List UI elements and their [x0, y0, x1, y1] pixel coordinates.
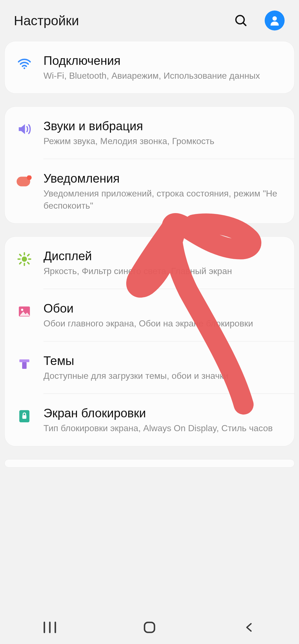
settings-item-subtitle: Яркость, Фильтр синего света, Главный эк… — [43, 265, 283, 277]
settings-item-subtitle: Доступные для загрузки темы, обои и знач… — [43, 370, 283, 382]
page-title: Настройки — [14, 13, 79, 28]
settings-item-subtitle: Уведомления приложений, строка состояния… — [43, 188, 283, 211]
svg-line-11 — [20, 254, 21, 256]
settings-item-subtitle: Режим звука, Мелодия звонка, Громкость — [43, 135, 283, 147]
settings-group-next — [4, 459, 295, 467]
settings-item-text: Темы Доступные для загрузки темы, обои и… — [43, 353, 283, 382]
settings-group-display: Дисплей Яркость, Фильтр синего света, Гл… — [4, 236, 295, 446]
themes-icon — [15, 354, 34, 374]
header-actions — [230, 10, 285, 31]
recents-icon — [42, 621, 57, 633]
settings-item-themes[interactable]: Темы Доступные для загрузки темы, обои и… — [5, 341, 294, 393]
svg-point-16 — [21, 309, 23, 311]
svg-rect-17 — [19, 359, 29, 362]
home-icon — [143, 621, 156, 634]
settings-item-display[interactable]: Дисплей Яркость, Фильтр синего света, Гл… — [5, 237, 294, 289]
settings-item-connections[interactable]: Подключения Wi-Fi, Bluetooth, Авиарежим,… — [5, 41, 294, 93]
settings-item-title: Обои — [43, 301, 283, 316]
settings-item-text: Звуки и вибрация Режим звука, Мелодия зв… — [43, 118, 283, 147]
settings-item-lockscreen[interactable]: Экран блокировки Тип блокировки экрана, … — [5, 394, 294, 446]
settings-item-sounds[interactable]: Звуки и вибрация Режим звука, Мелодия зв… — [5, 107, 294, 159]
settings-group-connections: Подключения Wi-Fi, Bluetooth, Авиарежим,… — [4, 41, 295, 94]
svg-line-1 — [243, 23, 246, 25]
settings-item-subtitle: Обои главного экрана, Обои на экране бло… — [43, 318, 283, 329]
svg-rect-20 — [22, 415, 27, 419]
back-icon — [244, 621, 255, 634]
settings-item-text: Уведомления Уведомления приложений, стро… — [43, 171, 283, 211]
svg-rect-18 — [22, 362, 27, 369]
wallpaper-icon — [15, 302, 34, 321]
brightness-icon — [15, 249, 34, 269]
settings-item-subtitle: Wi-Fi, Bluetooth, Авиарежим, Использован… — [43, 70, 283, 82]
avatar-icon — [265, 11, 285, 30]
svg-point-5 — [27, 175, 32, 180]
nav-home-button[interactable] — [122, 614, 177, 641]
settings-item-title: Экран блокировки — [43, 405, 283, 421]
settings-item-text: Подключения Wi-Fi, Bluetooth, Авиарежим,… — [43, 53, 283, 82]
settings-item-subtitle: Тип блокировки экрана, Always On Display… — [43, 422, 283, 434]
settings-item-text: Экран блокировки Тип блокировки экрана, … — [43, 405, 283, 434]
svg-line-14 — [28, 254, 29, 256]
settings-item-notifications[interactable]: Уведомления Уведомления приложений, стро… — [5, 159, 294, 223]
settings-item-text: Дисплей Яркость, Фильтр синего света, Гл… — [43, 248, 283, 277]
settings-item-title: Дисплей — [43, 248, 283, 264]
settings-group-sounds: Звуки и вибрация Режим звука, Мелодия зв… — [4, 106, 295, 224]
svg-rect-24 — [145, 622, 154, 632]
settings-item-title: Уведомления — [43, 171, 283, 186]
svg-point-3 — [24, 67, 25, 69]
settings-item-title: Звуки и вибрация — [43, 118, 283, 134]
nav-back-button[interactable] — [221, 614, 277, 641]
sound-icon — [15, 119, 34, 139]
lock-icon — [15, 407, 34, 426]
wifi-icon — [15, 54, 34, 73]
nav-recents-button[interactable] — [22, 614, 78, 641]
settings-item-title: Темы — [43, 353, 283, 368]
svg-point-2 — [272, 16, 277, 21]
settings-list: Подключения Wi-Fi, Bluetooth, Авиарежим,… — [0, 41, 299, 467]
settings-item-wallpaper[interactable]: Обои Обои главного экрана, Обои на экран… — [5, 289, 294, 341]
app-header: Настройки — [0, 0, 299, 41]
settings-item-title: Подключения — [43, 53, 283, 68]
search-icon — [234, 14, 248, 27]
svg-point-6 — [22, 256, 27, 262]
account-button[interactable] — [264, 10, 285, 31]
svg-line-12 — [28, 262, 29, 264]
svg-line-13 — [20, 262, 21, 264]
notifications-icon — [15, 172, 34, 191]
search-button[interactable] — [230, 10, 251, 31]
system-navbar — [0, 611, 299, 644]
settings-item-text: Обои Обои главного экрана, Обои на экран… — [43, 301, 283, 329]
